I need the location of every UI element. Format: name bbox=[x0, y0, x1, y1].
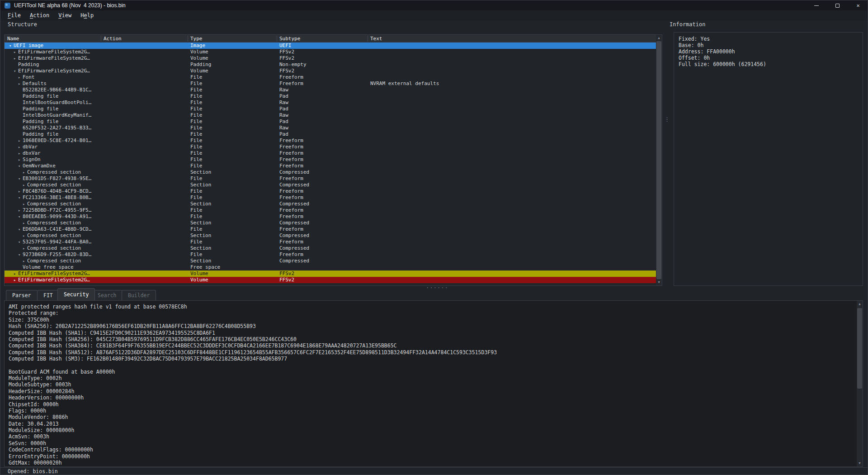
scroll-up-icon[interactable]: ▲ bbox=[857, 301, 863, 307]
expander-open-icon[interactable]: ▾ bbox=[9, 43, 11, 49]
tree-row[interactable]: Padding fileFilePad bbox=[5, 106, 656, 112]
expander-closed-icon[interactable]: ▸ bbox=[14, 277, 16, 283]
info-line: Full size: 600000h (6291456) bbox=[679, 61, 863, 67]
menu-item-help[interactable]: Help bbox=[76, 11, 98, 19]
cell-name: Padding bbox=[18, 62, 39, 68]
security-scrollbar-thumb[interactable] bbox=[857, 308, 862, 389]
expander-closed-icon[interactable]: ▸ bbox=[23, 258, 25, 264]
expander-closed-icon[interactable]: ▸ bbox=[23, 182, 25, 188]
tree-row[interactable]: ▸Compressed sectionSectionCompressed bbox=[5, 169, 656, 176]
expander-closed-icon[interactable]: ▸ bbox=[23, 169, 25, 176]
tree-row[interactable]: ▸dbxVarFileFreeform bbox=[5, 150, 656, 157]
tree-row[interactable]: ▾EfiFirmwareFileSystem2G…VolumeFFSv2 bbox=[5, 68, 656, 74]
close-button[interactable]: ✕ bbox=[848, 0, 868, 10]
tree-row[interactable]: 6520F532-2A27-4195-B33…FileRaw bbox=[5, 125, 656, 131]
tree-row[interactable]: ▾UEFI imageImageUEFI bbox=[5, 43, 656, 49]
expander-open-icon[interactable]: ▾ bbox=[14, 68, 16, 74]
maximize-button[interactable] bbox=[827, 0, 848, 10]
expander-closed-icon[interactable]: ▸ bbox=[18, 150, 20, 157]
expander-closed-icon[interactable]: ▸ bbox=[18, 207, 20, 214]
expander-closed-icon[interactable]: ▸ bbox=[14, 271, 16, 277]
tree-row[interactable]: ▸Compressed sectionSectionCompressed bbox=[5, 201, 656, 207]
menu-item-file[interactable]: File bbox=[3, 11, 25, 19]
tree-row[interactable]: ▾FC213366-3BE1-4BE8-B0B…FileFreeform bbox=[5, 195, 656, 201]
tree-row[interactable]: ▸dbVarFileFreeform bbox=[5, 144, 656, 150]
tree-row[interactable]: ▸Compressed sectionSectionCompressed bbox=[5, 182, 656, 188]
tree-scrollbar[interactable]: ▲ ▼ bbox=[656, 35, 662, 285]
tree-row[interactable]: ▾OemNvramDxeFileFreeform bbox=[5, 163, 656, 169]
tab-search[interactable]: Search bbox=[91, 290, 123, 300]
tab-security[interactable]: Security bbox=[57, 288, 95, 300]
tree-row[interactable]: ▸Compressed sectionSectionCompressed bbox=[5, 233, 656, 239]
expander-closed-icon[interactable]: ▸ bbox=[23, 245, 25, 252]
tree-row[interactable]: ▾9273B6D9-F255-482D-83D…FileFreeform bbox=[5, 252, 656, 258]
expander-closed-icon[interactable]: ▸ bbox=[23, 201, 25, 207]
tree-row[interactable]: ▸EfiFirmwareFileSystem2G…VolumeFFSv2 bbox=[5, 55, 656, 62]
column-header-action[interactable]: Action bbox=[104, 35, 122, 43]
security-line: ModuleSubtype: 0003h bbox=[9, 381, 855, 388]
expander-closed-icon[interactable]: ▸ bbox=[14, 55, 16, 62]
expander-open-icon[interactable]: ▾ bbox=[18, 163, 20, 169]
cell-type: File bbox=[190, 144, 203, 150]
tree-row[interactable]: IntelBootGuardBootPoli…FileRaw bbox=[5, 100, 656, 106]
tree-row[interactable]: ▸7225BDBD-F72C-4955-9F5…FileFreeform bbox=[5, 207, 656, 214]
tree-row[interactable]: ▾ED6DDA63-C41E-4B8D-9CD…FileFreeform bbox=[5, 226, 656, 233]
tree-row[interactable]: B52282EE-9B66-44B9-B1C…FileRaw bbox=[5, 87, 656, 93]
expander-open-icon[interactable]: ▾ bbox=[18, 195, 20, 201]
expander-closed-icon[interactable]: ▸ bbox=[18, 144, 20, 150]
expander-closed-icon[interactable]: ▸ bbox=[18, 157, 20, 163]
expander-closed-icon[interactable]: ▸ bbox=[23, 220, 25, 226]
scroll-down-icon[interactable]: ▼ bbox=[857, 460, 863, 466]
tree-row[interactable]: Volume free spaceFree space bbox=[5, 264, 656, 271]
tree-row[interactable]: ▸Compressed sectionSectionCompressed bbox=[5, 258, 656, 264]
column-header-text[interactable]: Text bbox=[370, 35, 382, 43]
column-header-name[interactable]: Name bbox=[7, 35, 19, 43]
tree-row[interactable]: ▸EfiFirmwareFileSystem2G…VolumeFFSv2 bbox=[5, 271, 656, 277]
expander-closed-icon[interactable]: ▸ bbox=[14, 49, 16, 55]
info-line: Offset: 0h bbox=[679, 55, 863, 61]
scroll-up-icon[interactable]: ▲ bbox=[656, 35, 662, 41]
column-header-type[interactable]: Type bbox=[190, 35, 203, 43]
tree-row[interactable]: ▸EfiFirmwareFileSystem2G…VolumeFFSv2 bbox=[5, 49, 656, 55]
minimize-button[interactable] bbox=[806, 0, 827, 10]
expander-closed-icon[interactable]: ▸ bbox=[18, 74, 20, 81]
tree-row[interactable]: Padding fileFilePad bbox=[5, 131, 656, 138]
tree-row[interactable]: IntelBootGuardKeyManif…FileRaw bbox=[5, 112, 656, 119]
expander-closed-icon[interactable]: ▸ bbox=[18, 81, 20, 87]
expander-open-icon[interactable]: ▾ bbox=[18, 176, 20, 182]
tree-row[interactable]: ▸DefaultsFileFreeformNVRAM external defa… bbox=[5, 81, 656, 87]
tab-fit[interactable]: FIT bbox=[37, 290, 59, 300]
expander-closed-icon[interactable]: ▸ bbox=[18, 188, 20, 195]
vertical-splitter-handle[interactable]: ⋮ bbox=[664, 117, 668, 135]
tab-parser[interactable]: Parser bbox=[6, 290, 38, 300]
expander-closed-icon[interactable]: ▸ bbox=[23, 233, 25, 239]
tree-row[interactable]: ▸Compressed sectionSectionCompressed bbox=[5, 245, 656, 252]
tree-row[interactable]: ▸Compressed sectionSectionCompressed bbox=[5, 220, 656, 226]
cell-name: OemNvramDxe bbox=[23, 163, 56, 169]
security-line: ErrorEntryPoint: 00000000h bbox=[9, 453, 855, 460]
menu-item-action[interactable]: Action bbox=[25, 11, 54, 19]
tree-row[interactable]: Padding fileFilePad bbox=[5, 93, 656, 100]
tree-row[interactable]: Padding fileFilePad bbox=[5, 119, 656, 125]
expander-open-icon[interactable]: ▾ bbox=[18, 239, 20, 245]
horizontal-splitter-handle[interactable]: ...... bbox=[424, 283, 451, 288]
scroll-down-icon[interactable]: ▼ bbox=[656, 279, 662, 285]
expander-closed-icon[interactable]: ▸ bbox=[18, 138, 20, 144]
tree-row[interactable]: ▸F8C4B76D-4D4B-4CF9-BCD…FileFreeform bbox=[5, 188, 656, 195]
tab-builder[interactable]: Builder bbox=[122, 290, 156, 300]
security-scrollbar[interactable]: ▲ ▼ bbox=[857, 301, 863, 466]
menu-item-view[interactable]: View bbox=[54, 11, 76, 19]
tree-row[interactable]: ▾53257F05-9942-44FA-BA0…FileFreeform bbox=[5, 239, 656, 245]
tree-scrollbar-thumb[interactable] bbox=[656, 41, 661, 279]
tree-row[interactable]: ▾80EEAEB5-9099-443D-A91…FileFreeform bbox=[5, 214, 656, 220]
expander-open-icon[interactable]: ▾ bbox=[18, 214, 20, 220]
expander-open-icon[interactable]: ▾ bbox=[18, 226, 20, 233]
tree-row[interactable]: PaddingPaddingNon-empty bbox=[5, 62, 656, 68]
tree-row[interactable]: ▸EfiFirmwareFileSystem2G…VolumeFFSv2 bbox=[5, 277, 656, 283]
tree-row[interactable]: ▸FontFileFreeform bbox=[5, 74, 656, 81]
expander-open-icon[interactable]: ▾ bbox=[18, 252, 20, 258]
tree-row[interactable]: ▸SignOnFileFreeform bbox=[5, 157, 656, 163]
tree-row[interactable]: ▸1068E0ED-5C8E-4724-B01…FileFreeform bbox=[5, 138, 656, 144]
column-header-subtype[interactable]: Subtype bbox=[279, 35, 300, 43]
tree-row[interactable]: ▾EB3001D5-F827-4938-95E…FileFreeform bbox=[5, 176, 656, 182]
